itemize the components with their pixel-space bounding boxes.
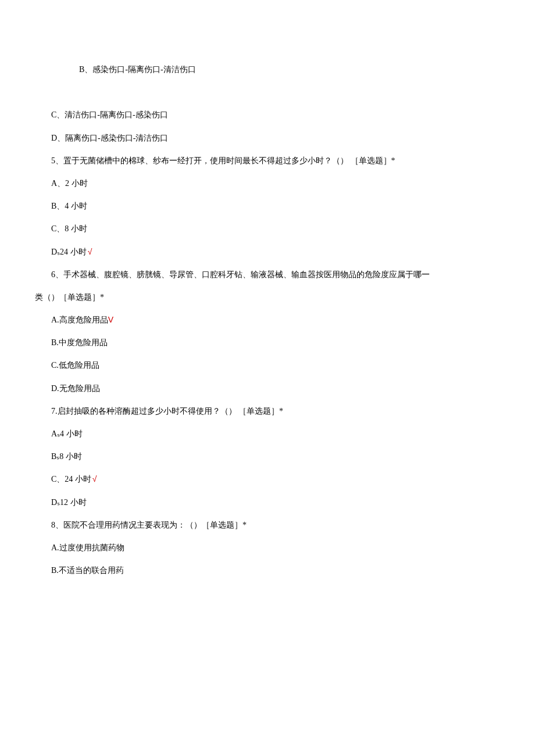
question-6-line1: 6、手术器械、腹腔镜、膀胱镜、导尿管、口腔科牙钻、输液器械、输血器按医用物品的危… (35, 263, 500, 286)
question-7: 7.启封抽吸的各种溶酶超过多少小时不得使用？（） ［单选题］* (35, 400, 500, 422)
option-b-q4: B、感染伤口-隔离伤口-清洁伤口 (35, 58, 500, 81)
check-icon: √ (92, 474, 97, 483)
option-a-q6: A.高度危险用品V (35, 309, 500, 331)
option-b-q5: B、4 小时 (35, 195, 500, 217)
option-b-q8: B.不适当的联合用药 (35, 559, 500, 582)
option-c-q5: C、8 小时 (35, 217, 500, 240)
option-d-q5: Dₛ24 小时√ (35, 241, 500, 263)
option-d-q5-text: Dₛ24 小时 (51, 248, 87, 256)
option-a-q8: A.过度使用抗菌药物 (35, 536, 500, 559)
check-v-icon: V (108, 315, 113, 324)
check-icon: √ (88, 247, 92, 256)
option-c-q4: C、清洁伤口-隔离伤口-感染伤口 (35, 103, 500, 126)
option-b-q6: B.中度危险用品 (35, 331, 500, 354)
option-d-q4: D、隔离伤口-感染伤口-清洁伤口 (35, 127, 500, 149)
question-5: 5、置于无菌储槽中的棉球、纱布一经打开，使用时间最长不得超过多少小时？（） ［单… (35, 149, 500, 172)
question-6-line2: 类（）［单选题］* (35, 286, 500, 309)
option-c-q7-text: C、24 小时 (51, 475, 91, 483)
option-c-q7: C、24 小时√ (35, 468, 500, 490)
blank-spacer (35, 81, 500, 103)
question-8: 8、医院不合理用药情况主要表现为：（）［单选题］* (35, 514, 500, 536)
option-d-q7: Dₛ12 小时 (35, 491, 500, 514)
document-page: B、感染伤口-隔离伤口-清洁伤口 C、清洁伤口-隔离伤口-感染伤口 D、隔离伤口… (0, 0, 535, 617)
option-a-q7: Aₛ4 小时 (35, 422, 500, 445)
option-c-q6: C.低危险用品 (35, 354, 500, 377)
option-a-q6-text: A.高度危险用品 (51, 316, 108, 324)
option-a-q5: A、2 小时 (35, 172, 500, 195)
option-b-q7: Bₛ8 小时 (35, 445, 500, 468)
option-d-q6: D.无危险用品 (35, 377, 500, 400)
